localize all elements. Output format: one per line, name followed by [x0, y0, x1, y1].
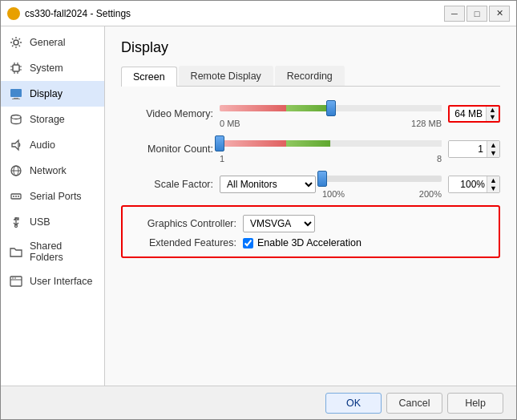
sidebar-label-display: Display [30, 88, 63, 99]
sidebar-label-storage: Storage [30, 114, 65, 125]
sidebar-item-audio[interactable]: Audio [1, 132, 104, 158]
svg-rect-4 [12, 99, 20, 99]
monitor-count-slider-track[interactable] [220, 135, 442, 152]
monitor-count-labels: 1 8 [220, 154, 442, 164]
ok-button[interactable]: OK [325, 393, 382, 414]
svg-rect-15 [10, 277, 22, 286]
sidebar-label-audio: Audio [30, 139, 55, 151]
tab-remote-display[interactable]: Remote Display [179, 66, 273, 86]
scale-factor-down[interactable]: ▼ [487, 184, 499, 192]
graphics-settings-box: Graphics Controller: VMSVGA VBoxVGA VBox… [121, 205, 500, 258]
video-memory-row: Video Memory: 0 MB 128 MB [121, 99, 500, 128]
monitor-count-spin-buttons: ▲ ▼ [487, 141, 499, 157]
scale-factor-thumb[interactable] [317, 171, 327, 187]
close-button[interactable]: ✕ [489, 6, 510, 22]
video-memory-spinbox[interactable]: ▲ ▼ [448, 105, 500, 123]
svg-marker-6 [12, 140, 18, 150]
sidebar-item-serial-ports[interactable]: Serial Ports [1, 184, 104, 209]
sidebar-item-shared-folders[interactable]: Shared Folders [1, 235, 104, 269]
gear-icon [9, 35, 23, 50]
scale-factor-label: Scale Factor: [121, 179, 213, 190]
tab-bar: Screen Remote Display Recording [121, 66, 500, 87]
sidebar-item-general[interactable]: General [1, 30, 104, 55]
svg-point-11 [13, 196, 14, 197]
sidebar-label-shared-folders: Shared Folders [30, 240, 96, 263]
video-memory-slider-container: 0 MB 128 MB [220, 99, 442, 128]
scale-factor-input[interactable] [449, 176, 487, 192]
svg-point-12 [15, 196, 17, 197]
video-memory-slider-track[interactable] [220, 99, 442, 117]
ui-icon [9, 274, 23, 289]
svg-point-0 [14, 40, 18, 45]
chip-icon [9, 61, 23, 75]
video-memory-labels: 0 MB 128 MB [220, 119, 442, 128]
help-button[interactable]: Help [447, 393, 503, 414]
sidebar-item-network[interactable]: Network [1, 158, 104, 184]
extended-features-row: Extended Features: Enable 3D Acceleratio… [132, 237, 489, 248]
svg-point-13 [18, 196, 19, 197]
main-content: General System Display Storage [1, 26, 516, 386]
sidebar-item-usb[interactable]: USB [1, 209, 104, 235]
svg-rect-1 [13, 65, 19, 71]
monitor-count-row: Monitor Count: 1 8 [121, 135, 500, 164]
maximize-button[interactable]: □ [467, 6, 487, 22]
minimize-button[interactable]: ─ [444, 6, 465, 22]
scale-factor-spinbox[interactable]: ▲ ▼ [448, 176, 500, 193]
video-memory-spin-buttons: ▲ ▼ [486, 107, 499, 121]
svg-point-18 [14, 277, 16, 279]
network-icon [9, 164, 23, 178]
folder-icon [9, 244, 23, 259]
tab-screen[interactable]: Screen [121, 67, 177, 87]
graphics-controller-label: Graphics Controller: [132, 218, 236, 229]
content-area: Display Screen Remote Display Recording … [105, 26, 516, 386]
sidebar-label-serial-ports: Serial Ports [30, 191, 82, 202]
sidebar-item-user-interface[interactable]: User Interface [1, 269, 104, 294]
svg-point-17 [12, 277, 14, 279]
monitor-count-slider-container: 1 8 [220, 135, 442, 164]
video-memory-thumb[interactable] [326, 100, 336, 116]
svg-rect-2 [10, 89, 22, 97]
disk-icon [9, 112, 23, 127]
monitor-count-down[interactable]: ▼ [487, 149, 499, 157]
enable-3d-text: Enable 3D Acceleration [257, 237, 361, 248]
scale-factor-dropdown[interactable]: All Monitors [220, 176, 316, 193]
sidebar: General System Display Storage [1, 26, 105, 386]
enable-3d-label[interactable]: Enable 3D Acceleration [243, 237, 361, 248]
cancel-button[interactable]: Cancel [386, 393, 442, 414]
monitor-count-spinbox[interactable]: ▲ ▼ [448, 140, 500, 158]
window-title: cs330-fall2024 - Settings [25, 8, 444, 19]
enable-3d-checkbox[interactable] [243, 238, 253, 248]
sidebar-item-system[interactable]: System [1, 55, 104, 81]
video-memory-label: Video Memory: [121, 108, 213, 119]
graphics-controller-dropdown[interactable]: VMSVGA VBoxVGA VBoxSVGA [243, 215, 315, 232]
sidebar-item-display[interactable]: Display [1, 81, 104, 107]
monitor-count-label: Monitor Count: [121, 143, 213, 155]
scale-factor-spin-buttons: ▲ ▼ [487, 176, 499, 192]
sidebar-label-usb: USB [30, 216, 50, 228]
window-controls: ─ □ ✕ [444, 6, 510, 22]
scale-factor-row: Scale Factor: All Monitors 100% 200% [121, 170, 500, 199]
title-bar: cs330-fall2024 - Settings ─ □ ✕ [1, 1, 516, 26]
scale-factor-slider-track[interactable] [322, 170, 442, 188]
monitor-icon [9, 87, 23, 101]
scale-factor-labels: 100% 200% [322, 189, 442, 199]
sidebar-label-general: General [30, 37, 65, 48]
speaker-icon [9, 138, 23, 152]
video-memory-input[interactable] [450, 107, 486, 121]
sidebar-label-user-interface: User Interface [30, 276, 93, 287]
extended-features-label: Extended Features: [132, 237, 236, 248]
sidebar-label-system: System [30, 63, 63, 74]
monitor-count-thumb[interactable] [215, 135, 224, 151]
monitor-count-input[interactable] [449, 141, 487, 157]
tab-recording[interactable]: Recording [275, 66, 345, 86]
graphics-controller-row: Graphics Controller: VMSVGA VBoxVGA VBox… [132, 215, 489, 232]
scale-factor-up[interactable]: ▲ [487, 176, 499, 184]
scale-factor-slider-container: 100% 200% [322, 170, 442, 199]
serial-icon [9, 189, 23, 204]
app-icon [7, 7, 20, 20]
settings-window: cs330-fall2024 - Settings ─ □ ✕ General … [0, 0, 517, 420]
sidebar-item-storage[interactable]: Storage [1, 107, 104, 132]
video-memory-down[interactable]: ▼ [487, 114, 499, 121]
monitor-count-up[interactable]: ▲ [487, 141, 499, 149]
sidebar-label-network: Network [30, 165, 67, 176]
